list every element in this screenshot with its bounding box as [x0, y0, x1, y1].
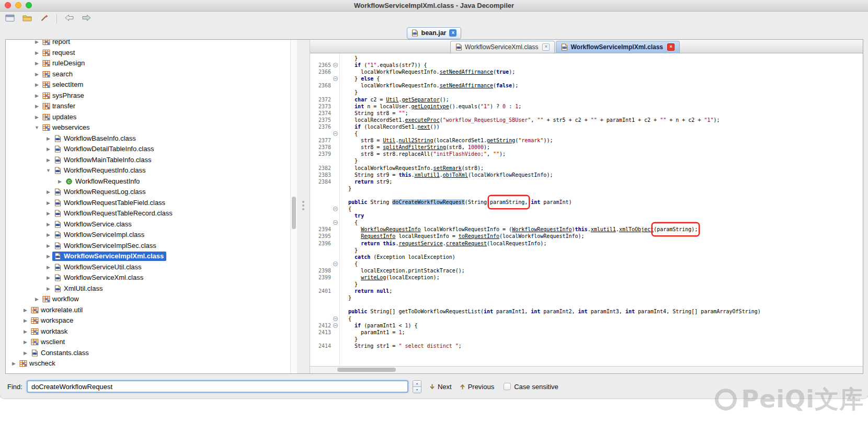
stepper-up-icon[interactable]: ▲: [413, 381, 421, 387]
tree-item-WorkflowRequestLog.class[interactable]: ▶010WorkflowRequestLog.class: [6, 187, 290, 198]
collapse-fold-icon[interactable]: [333, 261, 338, 266]
chevron-right-icon[interactable]: ▶: [44, 265, 52, 270]
chevron-right-icon[interactable]: ▶: [10, 361, 18, 366]
chevron-right-icon[interactable]: ▶: [33, 50, 41, 55]
tree-item-updates[interactable]: ▶updates: [6, 112, 290, 123]
tree-item-WorkflowRequestInfo[interactable]: ▶CWorkflowRequestInfo: [6, 176, 290, 187]
tree-item-selectItem[interactable]: ▶selectItem: [6, 79, 290, 90]
close-tab-icon[interactable]: ×: [542, 43, 550, 51]
close-jar-icon[interactable]: ×: [449, 29, 456, 37]
split-divider[interactable]: [297, 40, 310, 373]
open-window-button[interactable]: [4, 14, 16, 24]
zoom-window-button[interactable]: [26, 2, 32, 8]
chevron-right-icon[interactable]: ▶: [44, 189, 52, 195]
chevron-right-icon[interactable]: ▶: [33, 61, 41, 66]
tree-item-WorkflowServiceUtil.class[interactable]: ▶010WorkflowServiceUtil.class: [6, 262, 290, 273]
collapse-fold-icon[interactable]: [333, 207, 338, 211]
tree-item-WorkflowRequestTableRecord.class[interactable]: ▶010WorkflowRequestTableRecord.class: [6, 208, 290, 219]
jar-tab[interactable]: 010 bean.jar ×: [407, 27, 462, 39]
tree-item-WorkflowRequestTableField.class[interactable]: ▶010WorkflowRequestTableField.class: [6, 198, 290, 209]
collapse-fold-icon[interactable]: [333, 76, 338, 81]
chevron-right-icon[interactable]: ▶: [21, 308, 29, 313]
chevron-right-icon[interactable]: ▶: [44, 200, 52, 206]
chevron-right-icon[interactable]: ▶: [56, 179, 64, 184]
tree-item-wscheck[interactable]: ▶wscheck: [6, 358, 290, 369]
chevron-right-icon[interactable]: ▶: [44, 254, 52, 259]
find-input[interactable]: [27, 380, 408, 393]
case-sensitive-checkbox[interactable]: [504, 383, 511, 390]
chevron-right-icon[interactable]: ▶: [21, 339, 29, 345]
chevron-right-icon[interactable]: ▶: [33, 115, 41, 120]
search-wand-button[interactable]: [38, 14, 51, 24]
collapse-fold-icon[interactable]: [333, 316, 338, 321]
collapse-fold-icon[interactable]: [333, 63, 338, 67]
chevron-right-icon[interactable]: ▶: [44, 243, 52, 248]
tree-scrollbar-thumb[interactable]: [292, 197, 296, 229]
chevron-right-icon[interactable]: ▶: [33, 40, 41, 44]
chevron-right-icon[interactable]: ▶: [33, 72, 41, 77]
chevron-down-icon[interactable]: ▼: [44, 168, 52, 173]
chevron-right-icon[interactable]: ▶: [44, 286, 52, 291]
tree-item-WorkflowServiceImplXml.class[interactable]: ▶010WorkflowServiceImplXml.class: [6, 251, 290, 262]
collapse-fold-icon[interactable]: [333, 220, 338, 225]
tree-item-WorkflowDetailTableInfo.class[interactable]: ▶010WorkflowDetailTableInfo.class: [6, 144, 290, 155]
chevron-right-icon[interactable]: ▶: [44, 211, 52, 216]
tree-item-WorkflowServiceImpl.class[interactable]: ▶010WorkflowServiceImpl.class: [6, 230, 290, 241]
tree-scrollbar[interactable]: [290, 40, 297, 373]
find-next-button[interactable]: Next: [429, 383, 452, 391]
chevron-right-icon[interactable]: ▶: [44, 275, 52, 280]
editor-tab-WorkflowServiceXml.class[interactable]: 010WorkflowServiceXml.class×: [450, 41, 555, 53]
chevron-right-icon[interactable]: ▶: [44, 232, 52, 237]
tree-item-worktask[interactable]: ▶worktask: [6, 326, 290, 337]
find-history-stepper[interactable]: ▲ ▼: [413, 380, 421, 393]
tree-item-WorkflowServiceImplSec.class[interactable]: ▶010WorkflowServiceImplSec.class: [6, 241, 290, 252]
editor-tab-label: WorkflowServiceImplXml.class: [570, 43, 663, 51]
find-previous-button[interactable]: Previous: [459, 383, 495, 391]
tree-item-workspace[interactable]: ▶workspace: [6, 315, 290, 326]
tree-item-WorkflowMainTableInfo.class[interactable]: ▶010WorkflowMainTableInfo.class: [6, 155, 290, 166]
chevron-right-icon[interactable]: ▶: [33, 297, 41, 302]
navigate-back-button[interactable]: [63, 14, 75, 24]
editor-tab-WorkflowServiceImplXml.class[interactable]: 010WorkflowServiceImplXml.class×: [556, 41, 680, 53]
tree-item-report[interactable]: ▶report: [6, 40, 290, 48]
navigate-forward-button[interactable]: [80, 14, 93, 24]
close-tab-icon[interactable]: ×: [667, 43, 675, 51]
chevron-right-icon[interactable]: ▶: [44, 157, 52, 163]
chevron-right-icon[interactable]: ▶: [33, 104, 41, 109]
collapse-fold-icon[interactable]: [333, 323, 338, 328]
chevron-right-icon[interactable]: ▶: [33, 93, 41, 98]
stepper-down-icon[interactable]: ▼: [413, 387, 421, 393]
package-tree[interactable]: ▶report▶request▶ruleDesign▶search▶select…: [6, 40, 290, 373]
open-folder-button[interactable]: [21, 14, 33, 24]
minimize-window-button[interactable]: [15, 2, 21, 8]
collapse-fold-icon[interactable]: [333, 131, 338, 136]
tree-item-WorkflowBaseInfo.class[interactable]: ▶010WorkflowBaseInfo.class: [6, 133, 290, 144]
close-window-button[interactable]: [5, 2, 11, 8]
chevron-right-icon[interactable]: ▶: [44, 146, 52, 152]
tree-item-WorkflowRequestInfo.class[interactable]: ▼010WorkflowRequestInfo.class: [6, 165, 290, 176]
tree-item-transfer[interactable]: ▶transfer: [6, 101, 290, 112]
chevron-down-icon[interactable]: ▼: [33, 125, 41, 130]
tree-item-Constants.class[interactable]: ▶010Constants.class: [6, 348, 290, 359]
tree-item-XmlUtil.class[interactable]: ▶010XmlUtil.class: [6, 283, 290, 294]
tree-item-webservices[interactable]: ▼webservices: [6, 122, 290, 133]
chevron-right-icon[interactable]: ▶: [21, 329, 29, 334]
tree-item-wsclient[interactable]: ▶wsclient: [6, 337, 290, 348]
tree-item-ruleDesign[interactable]: ▶ruleDesign: [6, 58, 290, 69]
tree-item-search[interactable]: ▶search: [6, 69, 290, 80]
tree-item-request[interactable]: ▶request: [6, 48, 290, 59]
chevron-right-icon[interactable]: ▶: [21, 318, 29, 323]
chevron-right-icon[interactable]: ▶: [21, 350, 29, 356]
tree-item-content: transfer: [41, 101, 78, 111]
chevron-right-icon[interactable]: ▶: [44, 136, 52, 141]
chevron-right-icon[interactable]: ▶: [33, 82, 41, 87]
tree-item-WorkflowServiceXml.class[interactable]: ▶010WorkflowServiceXml.class: [6, 272, 290, 283]
horizontal-scrollbar-thumb[interactable]: [337, 368, 396, 372]
tree-item-sysPhrase[interactable]: ▶sysPhrase: [6, 90, 290, 101]
chevron-right-icon[interactable]: ▶: [44, 222, 52, 227]
tree-item-workflow[interactable]: ▶workflow: [6, 294, 290, 305]
tree-item-workrelate.util[interactable]: ▶workrelate.util: [6, 305, 290, 316]
code-editor[interactable]: }2365 if ("1".equals(str7)) {2366 localW…: [310, 53, 863, 366]
tree-item-WorkflowService.class[interactable]: ▶010WorkflowService.class: [6, 219, 290, 230]
horizontal-scrollbar[interactable]: [310, 366, 863, 373]
